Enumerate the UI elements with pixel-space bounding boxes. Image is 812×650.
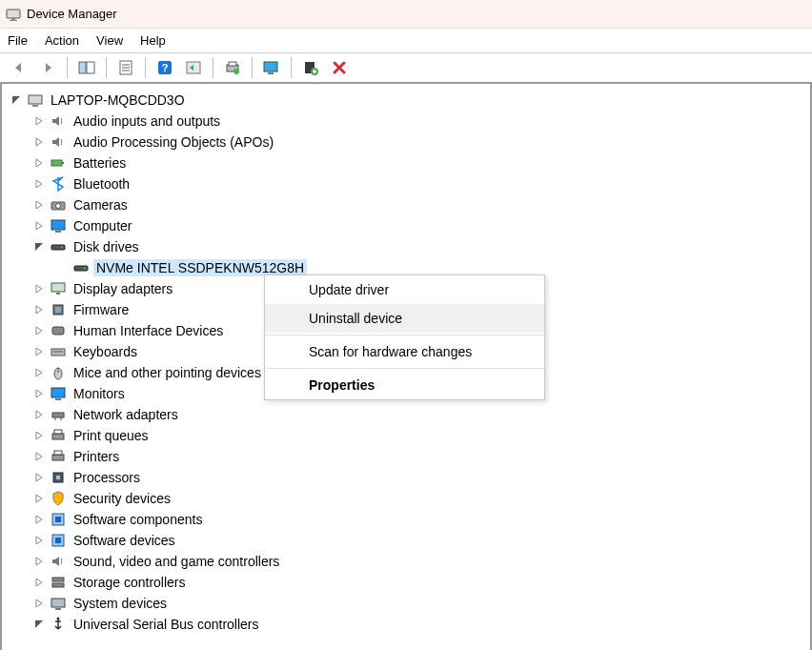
expander-expanded-icon[interactable] bbox=[10, 93, 23, 107]
toolbar-properties-button[interactable] bbox=[112, 56, 139, 79]
toolbar-refresh-button[interactable] bbox=[180, 56, 207, 79]
context-menu: Update driver Uninstall device Scan for … bbox=[264, 274, 545, 400]
disk-icon bbox=[72, 259, 90, 276]
svg-point-30 bbox=[84, 268, 86, 270]
toolbar-add-hardware-button[interactable] bbox=[297, 56, 324, 79]
expander-collapsed-icon[interactable] bbox=[32, 408, 46, 421]
window-titlebar: Device Manager bbox=[0, 0, 812, 29]
tree-category-node[interactable]: Software components bbox=[6, 509, 810, 530]
toolbar-back-button[interactable] bbox=[6, 56, 32, 79]
svg-rect-3 bbox=[79, 62, 86, 73]
svg-rect-34 bbox=[55, 307, 61, 313]
printer-icon bbox=[50, 427, 67, 444]
speaker-icon bbox=[50, 133, 67, 151]
toolbar-update-driver-button[interactable] bbox=[258, 56, 285, 79]
tree-category-node[interactable]: Processors bbox=[6, 467, 810, 488]
tree-category-node[interactable]: Storage controllers bbox=[6, 572, 810, 593]
expander-expanded-icon[interactable] bbox=[32, 618, 46, 631]
ctx-separator bbox=[265, 368, 544, 369]
tree-category-node[interactable]: Printers bbox=[6, 446, 810, 467]
expander-collapsed-icon[interactable] bbox=[32, 219, 46, 233]
toolbar-help-button[interactable]: ? bbox=[152, 56, 178, 79]
svg-rect-1 bbox=[11, 18, 15, 20]
tree-category-label: Batteries bbox=[71, 154, 129, 172]
ctx-update-driver[interactable]: Update driver bbox=[265, 275, 544, 304]
tree-category-node[interactable]: Universal Serial Bus controllers bbox=[6, 614, 810, 635]
tree-category-node[interactable]: Bluetooth bbox=[6, 173, 810, 194]
tree-category-node[interactable]: Computer bbox=[6, 215, 810, 236]
svg-rect-26 bbox=[55, 231, 61, 233]
expander-collapsed-icon[interactable] bbox=[32, 450, 46, 463]
expander-collapsed-icon[interactable] bbox=[32, 135, 46, 149]
svg-rect-46 bbox=[54, 451, 62, 455]
toolbar-forward-button[interactable] bbox=[34, 56, 61, 79]
menu-file[interactable]: File bbox=[8, 33, 28, 48]
expander-collapsed-icon[interactable] bbox=[32, 282, 46, 295]
expander-collapsed-icon[interactable] bbox=[32, 156, 46, 170]
expander-collapsed-icon[interactable] bbox=[32, 387, 46, 400]
tree-category-node[interactable]: Audio Processing Objects (APOs) bbox=[6, 132, 810, 152]
device-tree[interactable]: LAPTOP-MQBCDD3O Audio inputs and outputs… bbox=[0, 84, 812, 650]
expander-collapsed-icon[interactable] bbox=[32, 303, 46, 316]
cpu-icon bbox=[50, 469, 67, 486]
tree-category-label: Disk drives bbox=[71, 238, 141, 255]
ctx-scan-hardware[interactable]: Scan for hardware changes bbox=[265, 337, 544, 366]
menu-action[interactable]: Action bbox=[45, 33, 79, 48]
expander-collapsed-icon[interactable] bbox=[32, 471, 46, 484]
toolbar: ? bbox=[0, 53, 812, 84]
tree-category-node[interactable]: Network adapters bbox=[6, 404, 810, 425]
tree-category-label: Human Interface Devices bbox=[71, 322, 226, 339]
svg-rect-25 bbox=[51, 220, 65, 230]
svg-rect-55 bbox=[51, 599, 65, 607]
tree-category-label: Sound, video and game controllers bbox=[71, 553, 282, 570]
svg-rect-56 bbox=[55, 608, 61, 610]
svg-text:?: ? bbox=[162, 62, 169, 73]
tree-root-node[interactable]: LAPTOP-MQBCDD3O bbox=[6, 90, 810, 111]
speaker-icon bbox=[50, 112, 67, 130]
expander-collapsed-icon[interactable] bbox=[32, 576, 46, 589]
expander-collapsed-icon[interactable] bbox=[32, 534, 46, 547]
tree-category-node[interactable]: Print queues bbox=[6, 425, 810, 446]
tree-category-node[interactable]: Cameras bbox=[6, 194, 810, 215]
expander-collapsed-icon[interactable] bbox=[32, 198, 46, 212]
ctx-properties[interactable]: Properties bbox=[265, 371, 544, 399]
expander-collapsed-icon[interactable] bbox=[32, 324, 46, 337]
toolbar-show-hide-tree-button[interactable] bbox=[73, 56, 100, 79]
expander-collapsed-icon[interactable] bbox=[32, 177, 46, 191]
tree-category-label: Print queues bbox=[71, 427, 152, 444]
expander-collapsed-icon[interactable] bbox=[32, 597, 46, 610]
tree-category-label: Software devices bbox=[71, 532, 178, 549]
toolbar-separator bbox=[291, 57, 292, 78]
tree-category-node[interactable]: System devices bbox=[6, 593, 810, 614]
ctx-uninstall-device[interactable]: Uninstall device bbox=[265, 304, 544, 333]
menu-view[interactable]: View bbox=[96, 33, 123, 48]
tree-category-label: Computer bbox=[71, 217, 134, 234]
tree-category-node[interactable]: Disk drives bbox=[6, 236, 810, 257]
tree-category-node[interactable]: Audio inputs and outputs bbox=[6, 111, 810, 132]
tree-category-node[interactable]: Software devices bbox=[6, 530, 810, 551]
expander-collapsed-icon[interactable] bbox=[32, 366, 46, 379]
svg-rect-2 bbox=[10, 20, 17, 21]
expander-collapsed-icon[interactable] bbox=[32, 429, 46, 442]
svg-point-14 bbox=[233, 69, 239, 74]
tree-category-label: Storage controllers bbox=[71, 574, 189, 591]
expander-collapsed-icon[interactable] bbox=[32, 513, 46, 526]
svg-rect-52 bbox=[55, 538, 61, 543]
tree-category-node[interactable]: Batteries bbox=[6, 152, 810, 173]
toolbar-uninstall-button[interactable] bbox=[326, 56, 353, 79]
toolbar-print-button[interactable] bbox=[219, 56, 246, 79]
menu-help[interactable]: Help bbox=[140, 33, 166, 48]
tree-category-node[interactable]: Security devices bbox=[6, 488, 810, 509]
expander-collapsed-icon[interactable] bbox=[32, 492, 46, 505]
keyboard-icon bbox=[50, 343, 67, 360]
expander-collapsed-icon[interactable] bbox=[32, 345, 46, 358]
svg-point-28 bbox=[61, 247, 63, 249]
tree-category-node[interactable]: Sound, video and game controllers bbox=[6, 551, 810, 572]
expander-collapsed-icon[interactable] bbox=[32, 114, 46, 128]
expander-collapsed-icon[interactable] bbox=[32, 555, 46, 568]
tree-category-label: Bluetooth bbox=[71, 175, 132, 193]
monitor-icon bbox=[50, 385, 67, 402]
expander-expanded-icon[interactable] bbox=[32, 240, 46, 254]
svg-rect-40 bbox=[51, 388, 65, 397]
tree-category-label: Firmware bbox=[71, 301, 132, 318]
